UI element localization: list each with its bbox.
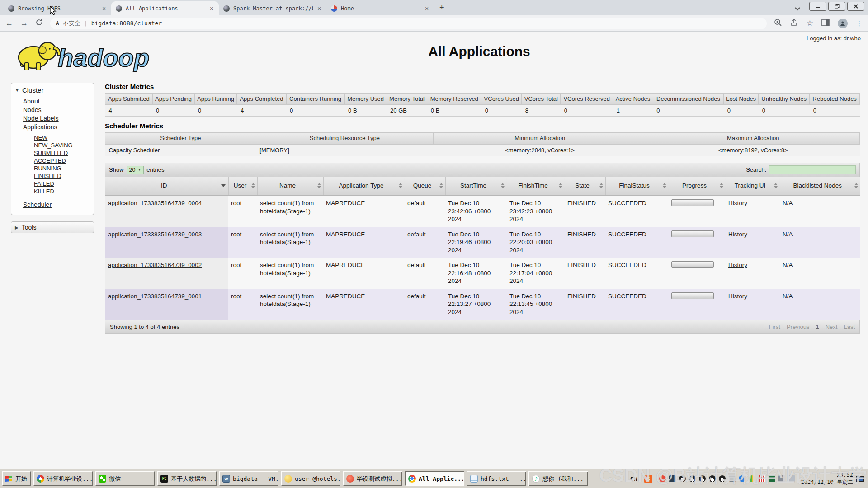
tab-close-icon[interactable]: ✕: [101, 5, 107, 12]
new-tab-button[interactable]: +: [439, 3, 444, 13]
taskbar-button-browser[interactable]: 计算机毕业设...: [33, 471, 93, 486]
close-window-button[interactable]: [847, 2, 864, 11]
menu-dots-icon[interactable]: ⋮: [856, 19, 863, 28]
start-button[interactable]: 开始: [2, 471, 31, 486]
taskbar-button-chrome-active[interactable]: All Applic...: [405, 471, 464, 486]
tools-nav-box[interactable]: ▶ Tools: [11, 221, 94, 233]
col-header-starttime[interactable]: StartTime: [445, 177, 507, 196]
taskbar-button-navicat[interactable]: user @hotels...: [281, 471, 340, 486]
col-header-finishtime[interactable]: FinishTime: [507, 177, 565, 196]
col-header-queue[interactable]: Queue: [405, 177, 445, 196]
rebooted-nodes-link[interactable]: 0: [813, 107, 816, 114]
tab-close-icon[interactable]: ✕: [316, 5, 322, 12]
col-header-name[interactable]: Name: [257, 177, 323, 196]
cluster-nav-header[interactable]: ▼ Cluster: [11, 85, 94, 97]
sidebar-app-state-link[interactable]: FINISHED: [34, 172, 94, 180]
minimize-button[interactable]: [809, 2, 826, 11]
restore-button[interactable]: [828, 2, 845, 11]
tab-spark-master[interactable]: Spark Master at spark://bigda ✕: [219, 1, 326, 15]
history-link[interactable]: History: [728, 262, 747, 268]
taskbar-button-wechat[interactable]: 微信: [95, 471, 155, 486]
url-text[interactable]: bigdata:8088/cluster: [91, 20, 162, 27]
tray-icon[interactable]: [659, 475, 666, 482]
unhealthy-nodes-link[interactable]: 0: [762, 107, 765, 114]
search-input[interactable]: [769, 165, 856, 174]
reload-icon[interactable]: [35, 19, 43, 28]
tab-search-chevron-icon[interactable]: [795, 5, 800, 13]
pagination-last[interactable]: Last: [844, 324, 855, 330]
taskbar-button-vmware[interactable]: VM bigdata - VM...: [219, 471, 278, 486]
zoom-icon[interactable]: [774, 19, 782, 28]
forward-icon[interactable]: →: [20, 19, 28, 28]
tab-browsing-hdfs[interactable]: Browsing HDFS ✕: [4, 1, 111, 15]
sidebar-link-scheduler[interactable]: Scheduler: [23, 201, 52, 209]
tab-close-icon[interactable]: ✕: [424, 5, 429, 12]
history-link[interactable]: History: [728, 200, 747, 206]
pagination-first[interactable]: First: [769, 324, 780, 330]
tray-icon[interactable]: [729, 475, 736, 482]
sidebar-app-state-link[interactable]: ACCEPTED: [34, 157, 94, 164]
history-link[interactable]: History: [728, 293, 747, 300]
sidebar-app-state-link[interactable]: KILLED: [34, 188, 94, 195]
col-header-tracking-ui[interactable]: Tracking UI: [726, 177, 780, 196]
application-id-link[interactable]: application_1733835164739_0004: [108, 200, 202, 206]
pagination-page-1[interactable]: 1: [816, 324, 819, 330]
tray-icon[interactable]: [778, 475, 785, 482]
col-header-progress[interactable]: Progress: [669, 177, 726, 196]
not-secure-icon[interactable]: A: [56, 20, 59, 27]
col-header-finalstatus[interactable]: FinalStatus: [605, 177, 669, 196]
sogou-input-icon[interactable]: S: [644, 475, 652, 483]
taskbar-button-pycharm[interactable]: PC 基于大数据的...: [157, 471, 217, 486]
col-header-state[interactable]: State: [565, 177, 605, 196]
pagination-previous[interactable]: Previous: [787, 324, 810, 330]
sidebar-app-state-link[interactable]: NEW_SAVING: [34, 141, 94, 149]
history-link[interactable]: History: [728, 231, 747, 238]
tray-icon[interactable]: [759, 475, 765, 482]
tray-icon[interactable]: [699, 475, 706, 482]
col-header-user[interactable]: User: [228, 177, 257, 196]
tray-icon[interactable]: [788, 475, 795, 482]
sidebar-app-state-link[interactable]: FAILED: [34, 180, 94, 188]
tray-icon[interactable]: [689, 475, 696, 482]
tray-icon[interactable]: [719, 475, 726, 482]
sidebar-link[interactable]: Applications: [23, 123, 94, 131]
sidebar-app-state-link[interactable]: NEW: [34, 134, 94, 141]
decommissioned-nodes-link[interactable]: 0: [656, 107, 660, 114]
tray-icon[interactable]: [679, 475, 686, 482]
tray-icon[interactable]: [709, 475, 716, 482]
tab-close-icon[interactable]: ✕: [209, 5, 214, 12]
tab-home[interactable]: Home ✕: [326, 1, 434, 15]
tray-icon[interactable]: [769, 475, 775, 482]
taskbar-button-notepad[interactable]: hdfs.txt - ...: [467, 471, 526, 486]
col-header-blacklisted-nodes[interactable]: Blacklisted Nodes: [780, 177, 860, 196]
cluster-metrics-values-row: 4 0 0 4 0 0 B 20 GB 0 B 0 8 0 1 0 0 0 0: [105, 105, 860, 117]
col-header-id[interactable]: ID: [105, 177, 228, 196]
sidebar-link[interactable]: About: [23, 97, 94, 106]
tray-icon[interactable]: [669, 475, 676, 482]
tray-icon[interactable]: [749, 475, 755, 482]
sidebar-app-state-link[interactable]: RUNNING: [34, 164, 94, 172]
active-nodes-link[interactable]: 1: [617, 107, 620, 114]
application-id-link[interactable]: application_1733835164739_0001: [108, 293, 202, 300]
pagination-next[interactable]: Next: [826, 324, 838, 330]
taskbar-button-qqmusic[interactable]: ♪ 想你 (我和...: [528, 471, 588, 486]
side-panel-icon[interactable]: [821, 19, 830, 28]
sidebar-link[interactable]: Node Labels: [23, 114, 94, 123]
show-desktop-icon[interactable]: [856, 476, 864, 482]
application-id-link[interactable]: application_1733835164739_0003: [108, 231, 202, 238]
address-bar[interactable]: A 不安全 | bigdata:8088/cluster: [50, 18, 767, 29]
page-size-select[interactable]: 20 ▼: [127, 166, 144, 174]
application-id-link[interactable]: application_1733835164739_0002: [108, 262, 202, 268]
col-header-application-type[interactable]: Application Type: [323, 177, 405, 196]
tab-all-applications[interactable]: All Applications ✕: [111, 1, 219, 15]
share-icon[interactable]: [790, 19, 798, 28]
back-icon[interactable]: ←: [5, 19, 13, 28]
sidebar-link[interactable]: Nodes: [23, 106, 94, 114]
lost-nodes-link[interactable]: 0: [727, 107, 731, 114]
profile-avatar-icon[interactable]: [838, 19, 848, 28]
sidebar-app-state-link[interactable]: SUBMITTED: [34, 149, 94, 157]
tray-icon[interactable]: [739, 475, 745, 482]
bookmark-star-icon[interactable]: ☆: [807, 19, 813, 28]
taskbar-button-mobaxterm[interactable]: 毕设测试虚拟...: [343, 471, 402, 486]
language-indicator[interactable]: CH: [630, 475, 637, 482]
